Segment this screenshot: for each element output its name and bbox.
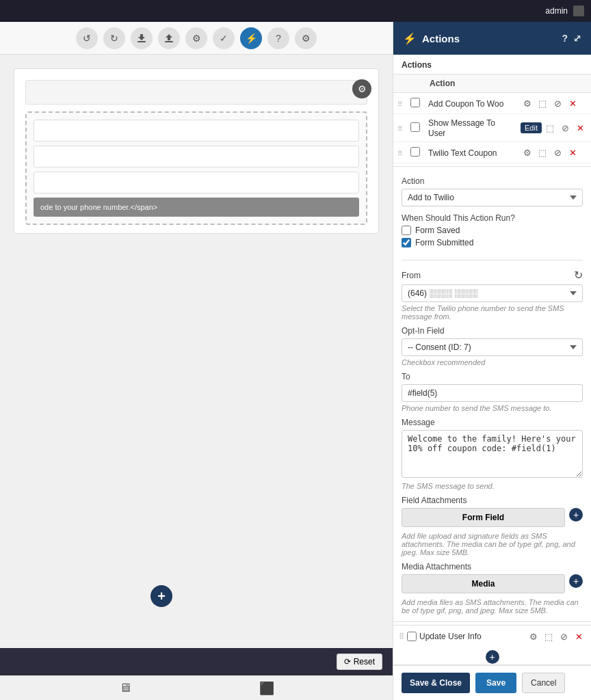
form-saved-checkbox[interactable] <box>402 226 411 235</box>
bottom-settings-btn[interactable]: ⚙ <box>527 630 540 643</box>
gear2-button[interactable]: ⚙ <box>295 27 317 49</box>
action-select[interactable]: Add to Twilio Send Email Show Message <box>402 189 583 206</box>
bottom-disable-btn[interactable]: ⊘ <box>557 630 570 643</box>
row2-copy-btn[interactable]: ⬚ <box>543 121 557 135</box>
sub-field-2 <box>34 146 359 167</box>
optin-label: Opt-In Field <box>402 326 583 336</box>
form-field-1 <box>25 80 367 105</box>
lightning-button[interactable]: ⚡ <box>240 27 262 49</box>
download-button[interactable] <box>131 27 153 49</box>
from-row: From ↻ <box>402 269 583 282</box>
upload-button[interactable] <box>158 27 180 49</box>
panel-expand-icon[interactable]: ⤢ <box>573 33 581 44</box>
row3-delete-btn[interactable]: ✕ <box>566 146 579 159</box>
row2-delete-btn[interactable]: ✕ <box>573 121 587 135</box>
panel-header-title: Actions <box>422 33 460 44</box>
reset-button[interactable]: ⟳ Reset <box>337 654 382 670</box>
left-panel: ↺ ↻ ⚙ ✓ ⚡ ? ⚙ ⚙ <box>0 22 393 700</box>
lightning-header-icon: ⚡ <box>403 32 417 45</box>
row3-disable-btn[interactable]: ⊘ <box>551 146 564 159</box>
canvas-area: ⚙ ode to your phone number.</span> + <box>0 55 393 648</box>
bottom-bar: ⟳ Reset <box>0 648 393 675</box>
from-select[interactable]: (646) ░░░░ ░░░░ <box>402 284 583 302</box>
undo-button[interactable]: ↺ <box>76 27 98 49</box>
main-layout: ↺ ↻ ⚙ ✓ ⚡ ? ⚙ ⚙ <box>0 22 591 700</box>
footer-buttons: Save & Close Save Cancel <box>393 664 591 700</box>
device-bar: 🖥 ⬛ <box>0 675 393 700</box>
check-button[interactable]: ✓ <box>213 27 235 49</box>
message-label: Message <box>402 418 583 427</box>
row2-icons: Edit ⬚ ⊘ ✕ <box>521 121 587 135</box>
row2-edit-btn[interactable]: Edit <box>521 122 542 133</box>
message-textarea[interactable]: Welcome to the family! Here's your 10% o… <box>402 430 583 478</box>
actions-section-title: Actions <box>393 55 591 74</box>
field-attachment-add-btn[interactable]: + <box>569 508 583 522</box>
bottom-copy-btn[interactable]: ⬚ <box>542 630 555 643</box>
row1-copy-btn[interactable]: ⬚ <box>536 96 549 110</box>
action-row-1: ⠿ Add Coupon To Woo ⚙ ⬚ ⊘ ✕ <box>393 93 591 114</box>
to-input[interactable] <box>402 384 583 402</box>
row2-disable-btn[interactable]: ⊘ <box>558 121 572 135</box>
add-action-btn[interactable]: + <box>486 650 499 664</box>
row3-name: Twilio Text Coupon <box>428 148 497 158</box>
row3-copy-btn[interactable]: ⬚ <box>536 146 549 159</box>
gear-overlay-icon[interactable]: ⚙ <box>352 79 371 98</box>
form-submitted-row: Form Submitted <box>402 238 583 247</box>
actions-panel-header: ⚡ Actions ? ⤢ <box>393 22 591 55</box>
save-close-button[interactable]: Save & Close <box>402 673 470 693</box>
when-label: When Should This Action Run? <box>402 213 583 223</box>
sub-field-1 <box>34 120 359 142</box>
media-attachments-row: Media + <box>402 574 583 596</box>
from-refresh-icon[interactable]: ↻ <box>574 269 583 282</box>
action-row-2: ⠿ Show Message To User Edit ⬚ ⊘ ✕ <box>393 114 591 142</box>
bottom-row-handle[interactable]: ⠿ <box>399 632 404 641</box>
row2-name: Show Message To User <box>428 118 495 138</box>
top-bar-icon[interactable] <box>573 5 584 16</box>
row1-checkbox[interactable] <box>410 98 420 107</box>
row3-settings-btn[interactable]: ⚙ <box>521 146 534 159</box>
bottom-delete-btn[interactable]: ✕ <box>572 630 586 643</box>
row2-checkbox[interactable] <box>410 122 420 132</box>
redo-button[interactable]: ↻ <box>103 27 125 49</box>
actions-panel-body: Actions Action ⠿ Add Coupo <box>393 55 591 664</box>
dashed-form-area: ode to your phone number.</span> <box>25 111 367 225</box>
help-button[interactable]: ? <box>267 27 289 49</box>
message-desc: The SMS message to send. <box>402 482 583 490</box>
row2-handle[interactable]: ⠿ <box>397 125 402 133</box>
row3-icons: ⚙ ⬚ ⊘ ✕ <box>521 146 587 159</box>
right-panel: ⚡ Actions ? ⤢ Actions Action <box>393 22 591 700</box>
panel-help-icon[interactable]: ? <box>562 33 568 44</box>
row1-name: Add Coupon To Woo <box>428 99 503 109</box>
desktop-icon[interactable]: 🖥 <box>119 681 131 695</box>
update-user-checkbox[interactable] <box>407 632 417 641</box>
row1-disable-btn[interactable]: ⊘ <box>551 96 564 110</box>
form-submitted-checkbox[interactable] <box>402 238 411 247</box>
row1-settings-btn[interactable]: ⚙ <box>521 96 534 110</box>
field-attachments-row: Form Field + <box>402 508 583 530</box>
form-submitted-label: Form Submitted <box>415 238 473 247</box>
add-element-button[interactable]: + <box>150 585 172 607</box>
form-saved-row: Form Saved <box>402 226 583 235</box>
svg-rect-0 <box>137 41 146 42</box>
update-user-name: Update User Info <box>419 632 524 641</box>
form-field-btn[interactable]: Form Field <box>402 508 565 527</box>
row1-handle[interactable]: ⠿ <box>397 100 402 108</box>
to-desc: Phone number to send the SMS message to. <box>402 404 583 412</box>
row3-handle[interactable]: ⠿ <box>397 150 402 157</box>
media-attachments-desc: Add media files as SMS attachments. The … <box>402 598 583 615</box>
settings-button[interactable]: ⚙ <box>185 27 207 49</box>
panel-header-icons: ? ⤢ <box>562 33 581 44</box>
optin-select[interactable]: -- Consent (ID: 7) -- None -- <box>402 338 583 356</box>
bottom-action-row: ⠿ Update User Info ⚙ ⬚ ⊘ ✕ <box>393 625 591 647</box>
row1-delete-btn[interactable]: ✕ <box>566 96 579 110</box>
cancel-button[interactable]: Cancel <box>522 673 565 693</box>
tablet-icon[interactable]: ⬛ <box>259 681 274 696</box>
save-button[interactable]: Save <box>475 673 516 693</box>
code-text-area: ode to your phone number.</span> <box>34 198 359 217</box>
field-attachments-desc: Add file upload and signature fields as … <box>402 532 583 556</box>
row3-checkbox[interactable] <box>410 147 420 157</box>
actions-table: Action ⠿ Add Coupon To Woo ⚙ ⬚ <box>393 74 591 163</box>
media-btn[interactable]: Media <box>402 574 565 593</box>
media-attachment-add-btn[interactable]: + <box>569 574 583 588</box>
action-col-header: Action <box>424 75 516 93</box>
